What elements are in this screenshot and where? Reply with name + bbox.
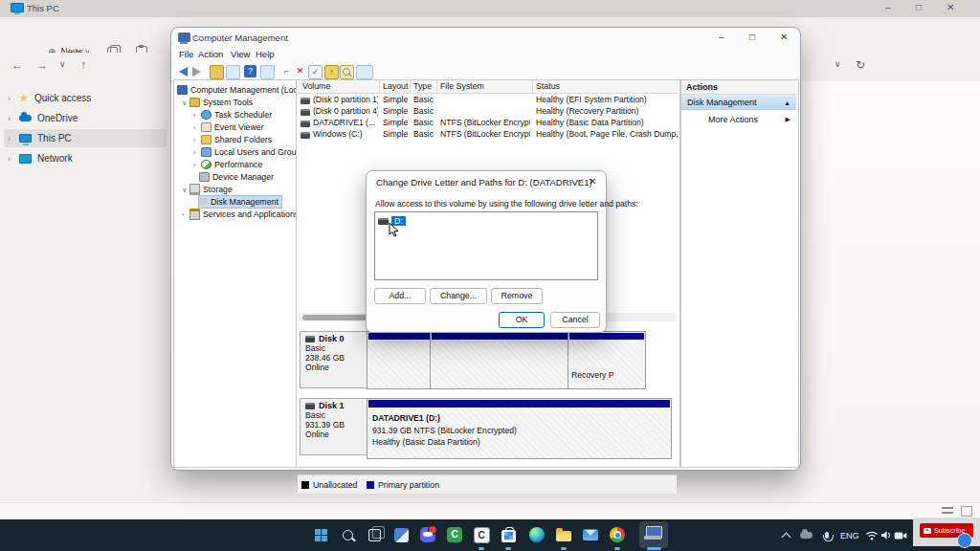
tree-item-disk-management[interactable]: Disk Management bbox=[199, 196, 281, 208]
show-action-pane-icon[interactable] bbox=[260, 65, 275, 79]
chevron-right-icon[interactable]: › bbox=[182, 210, 187, 219]
help-icon[interactable]: ? bbox=[244, 65, 256, 77]
collapse-icon[interactable]: ▲ bbox=[784, 99, 791, 106]
wifi-icon[interactable] bbox=[865, 519, 879, 551]
chevron-right-icon[interactable]: › bbox=[193, 161, 198, 169]
chevron-right-icon[interactable]: › bbox=[8, 134, 13, 143]
icons-view-icon[interactable] bbox=[961, 506, 972, 517]
open-folder-icon[interactable] bbox=[210, 65, 224, 79]
disk0-partition-2[interactable] bbox=[430, 331, 569, 389]
menu-action[interactable]: Action bbox=[198, 49, 223, 59]
menu-view[interactable]: View bbox=[231, 49, 250, 59]
edge-icon[interactable] bbox=[524, 522, 549, 547]
col-volume[interactable]: Volume bbox=[302, 81, 330, 91]
close-icon[interactable]: ✕ bbox=[947, 2, 954, 12]
discord-icon[interactable] bbox=[415, 522, 440, 547]
disk0-label-box[interactable]: Disk 0 Basic 238.46 GB Online bbox=[300, 331, 369, 388]
chevron-down-icon[interactable]: ∨ bbox=[182, 99, 187, 107]
volume-row[interactable]: (Disk 0 partition 1) Simple Basic Health… bbox=[297, 95, 678, 106]
menu-help[interactable]: Help bbox=[256, 49, 275, 59]
sidebar-item-quick-access[interactable]: › ★ Quick access bbox=[4, 89, 167, 107]
chevron-right-icon[interactable]: › bbox=[193, 123, 198, 132]
chevron-right-icon[interactable]: › bbox=[193, 111, 198, 120]
up-icon[interactable]: ↑ bbox=[80, 58, 86, 72]
tree-item-event-viewer[interactable]: › Event Viewer bbox=[193, 121, 264, 133]
file-explorer-icon[interactable] bbox=[551, 522, 576, 547]
show-hidden-icons[interactable] bbox=[783, 519, 790, 551]
chevron-right-icon[interactable]: › bbox=[193, 148, 198, 157]
sidebar-item-onedrive[interactable]: › OneDrive bbox=[4, 109, 167, 127]
tree-item-local-users-groups[interactable]: › Local Users and Groups bbox=[193, 146, 305, 158]
task-view-icon[interactable] bbox=[362, 522, 387, 547]
volume-icon[interactable] bbox=[880, 519, 893, 551]
cancel-button[interactable]: Cancel bbox=[550, 312, 600, 328]
tree-item-services-applications[interactable]: › Services and Applications bbox=[182, 209, 299, 220]
camtasia-icon[interactable]: C bbox=[442, 522, 467, 547]
expand-right-icon[interactable]: ▶ bbox=[786, 116, 791, 123]
recent-locations-icon[interactable]: ∨ bbox=[59, 59, 66, 69]
volume-row[interactable]: (Disk 0 partition 4) Simple Basic Health… bbox=[297, 106, 678, 118]
maximize-icon[interactable]: □ bbox=[749, 32, 755, 42]
taskbar-search-icon[interactable] bbox=[335, 522, 360, 547]
tree-item-device-manager[interactable]: Device Manager bbox=[199, 171, 274, 183]
forward-icon[interactable]: → bbox=[36, 58, 48, 72]
disk1-label-box[interactable]: Disk 1 Basic 931.39 GB Online bbox=[300, 398, 369, 455]
tree-item-task-scheduler[interactable]: › Task Scheduler bbox=[193, 109, 272, 121]
explorer-titlebar[interactable]: This PC – □ ✕ bbox=[0, 0, 980, 17]
minimize-icon[interactable]: – bbox=[719, 32, 724, 42]
tree-item-storage[interactable]: ∨ Storage bbox=[182, 184, 233, 195]
sidebar-item-this-pc[interactable]: › This PC bbox=[4, 129, 167, 147]
volume-list-header[interactable]: Volume Layout Type File System Status bbox=[297, 80, 678, 94]
language-indicator[interactable]: ENG bbox=[840, 519, 859, 551]
volume-row[interactable]: Windows (C:) Simple Basic NTFS (BitLocke… bbox=[297, 129, 678, 141]
microphone-tray-icon[interactable] bbox=[825, 519, 829, 551]
close-icon[interactable]: ✕ bbox=[780, 32, 788, 42]
restore-icon[interactable]: □ bbox=[916, 2, 922, 12]
tree-item-system-tools[interactable]: ∨ System Tools bbox=[182, 97, 253, 108]
export-icon[interactable]: ↑ bbox=[324, 65, 339, 79]
computer-management-taskbar-button[interactable] bbox=[639, 521, 668, 548]
tree-item-shared-folders[interactable]: › Shared Folders bbox=[193, 134, 272, 145]
delete-icon[interactable]: ✕ bbox=[294, 65, 306, 77]
tree-item-computer-management[interactable]: Computer Management (Local) bbox=[177, 84, 307, 96]
menu-file[interactable]: File bbox=[179, 49, 193, 59]
widgets-icon[interactable] bbox=[389, 522, 413, 547]
address-dropdown-icon[interactable]: ∨ bbox=[835, 59, 841, 69]
cm-titlebar[interactable]: Computer Management – □ ✕ bbox=[171, 28, 798, 47]
close-icon[interactable]: ✕ bbox=[589, 176, 596, 187]
chevron-right-icon[interactable]: › bbox=[8, 154, 13, 164]
disk0-partition-recovery[interactable]: Recovery P bbox=[568, 331, 646, 389]
forward-icon[interactable] bbox=[190, 67, 203, 79]
col-status[interactable]: Status bbox=[536, 81, 560, 91]
add-button[interactable]: Add... bbox=[374, 288, 426, 304]
back-icon[interactable]: ← bbox=[11, 58, 23, 72]
drive-letter-listbox[interactable]: D: bbox=[374, 211, 598, 280]
ok-button[interactable]: OK bbox=[499, 312, 545, 328]
actions-disk-management[interactable]: Disk Management ▲ bbox=[681, 95, 796, 110]
show-console-tree-icon[interactable] bbox=[226, 65, 240, 79]
properties-check-icon[interactable]: ✓ bbox=[308, 65, 323, 79]
chevron-right-icon[interactable]: › bbox=[8, 114, 13, 123]
camtasia-recorder-icon[interactable]: C bbox=[469, 522, 494, 547]
volume-row[interactable]: DATADRIVE1 (... Simple Basic NTFS (BitLo… bbox=[297, 118, 678, 129]
list-options-icon[interactable] bbox=[356, 65, 373, 79]
back-icon[interactable] bbox=[177, 67, 189, 79]
mail-icon[interactable] bbox=[578, 522, 603, 547]
actions-more-actions[interactable]: More Actions ▶ bbox=[681, 112, 796, 126]
col-type[interactable]: Type bbox=[413, 81, 432, 91]
start-button[interactable] bbox=[308, 522, 333, 547]
disk0-partition-1[interactable] bbox=[367, 331, 432, 389]
callout-icon[interactable]: ⌐ bbox=[280, 65, 293, 77]
col-file-system[interactable]: File System bbox=[440, 81, 484, 91]
minimize-icon[interactable]: – bbox=[885, 2, 891, 12]
disk1-partition-datadrive1[interactable]: DATADRIVE1 (D:) 931.39 GB NTFS (BitLocke… bbox=[367, 398, 672, 459]
tree-item-performance[interactable]: › Performance bbox=[193, 159, 262, 170]
sidebar-item-network[interactable]: › Network bbox=[4, 149, 167, 167]
chevron-right-icon[interactable]: › bbox=[8, 94, 13, 103]
video-camera-icon[interactable] bbox=[894, 519, 907, 551]
onedrive-tray-icon[interactable] bbox=[800, 519, 813, 551]
chrome-icon[interactable] bbox=[605, 522, 630, 547]
find-icon[interactable] bbox=[340, 65, 354, 79]
chevron-right-icon[interactable]: › bbox=[193, 136, 198, 144]
remove-button[interactable]: Remove bbox=[491, 288, 543, 304]
